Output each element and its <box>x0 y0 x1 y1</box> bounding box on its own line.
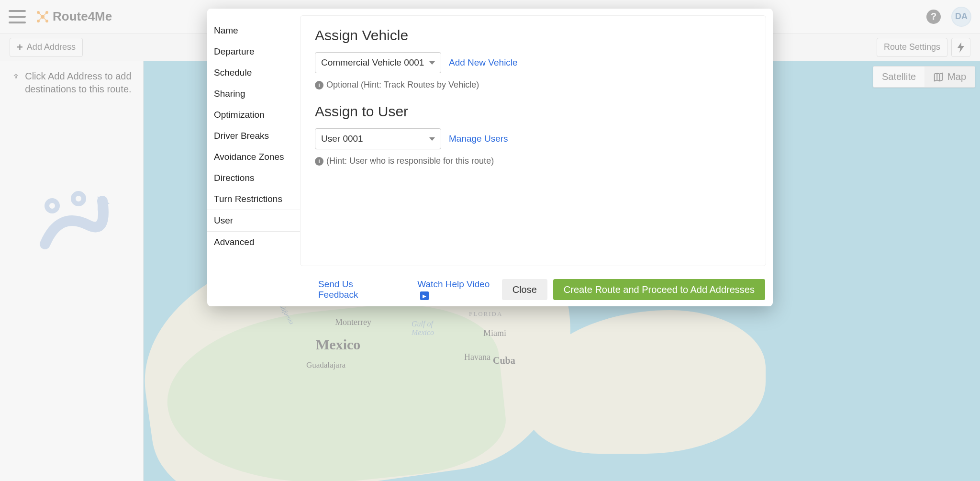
user-select[interactable]: User 0001 <box>315 128 441 149</box>
close-button[interactable]: Close <box>502 279 547 300</box>
modal-nav-directions[interactable]: Directions <box>207 168 300 189</box>
user-select-value: User 0001 <box>321 134 363 144</box>
chevron-down-icon <box>429 61 435 65</box>
assign-vehicle-title: Assign Vehicle <box>315 27 751 44</box>
vehicle-hint: Optional (Hint: Track Routes by Vehicle) <box>326 80 479 90</box>
modal-nav-advanced[interactable]: Advanced <box>207 232 300 253</box>
modal-nav-sharing[interactable]: Sharing <box>207 83 300 104</box>
watch-help-video-link[interactable]: Watch Help Video ▶ <box>417 279 496 301</box>
chevron-down-icon <box>429 137 435 141</box>
assign-user-title: Assign to User <box>315 103 751 120</box>
modal-nav-turn-restrictions[interactable]: Turn Restrictions <box>207 189 300 210</box>
modal-content: Assign Vehicle Commercial Vehicle 0001 A… <box>300 15 766 266</box>
send-feedback-link[interactable]: Send Us Feedback <box>318 279 389 301</box>
vehicle-select-value: Commercial Vehicle 0001 <box>321 57 424 68</box>
help-video-label: Watch Help Video <box>417 279 490 289</box>
info-icon: i <box>315 157 323 166</box>
route-settings-modal: Name Departure Schedule Sharing Optimiza… <box>207 9 773 306</box>
info-icon: i <box>315 81 323 89</box>
modal-nav-driver-breaks[interactable]: Driver Breaks <box>207 125 300 146</box>
play-icon: ▶ <box>420 291 429 300</box>
user-hint: (Hint: User who is responsible for this … <box>326 156 494 166</box>
modal-nav-user[interactable]: User <box>207 210 300 232</box>
modal-nav-optimization[interactable]: Optimization <box>207 104 300 125</box>
modal-nav-schedule[interactable]: Schedule <box>207 62 300 83</box>
create-route-button[interactable]: Create Route and Proceed to Add Addresse… <box>553 279 765 300</box>
manage-users-link[interactable]: Manage Users <box>449 134 508 144</box>
modal-nav-name[interactable]: Name <box>207 20 300 41</box>
modal-overlay: Name Departure Schedule Sharing Optimiza… <box>0 0 980 481</box>
modal-nav: Name Departure Schedule Sharing Optimiza… <box>207 9 300 273</box>
modal-nav-departure[interactable]: Departure <box>207 41 300 62</box>
modal-nav-avoidance-zones[interactable]: Avoidance Zones <box>207 146 300 168</box>
add-new-vehicle-link[interactable]: Add New Vehicle <box>449 57 518 68</box>
vehicle-select[interactable]: Commercial Vehicle 0001 <box>315 52 441 73</box>
modal-footer: Send Us Feedback Watch Help Video ▶ Clos… <box>207 273 773 306</box>
